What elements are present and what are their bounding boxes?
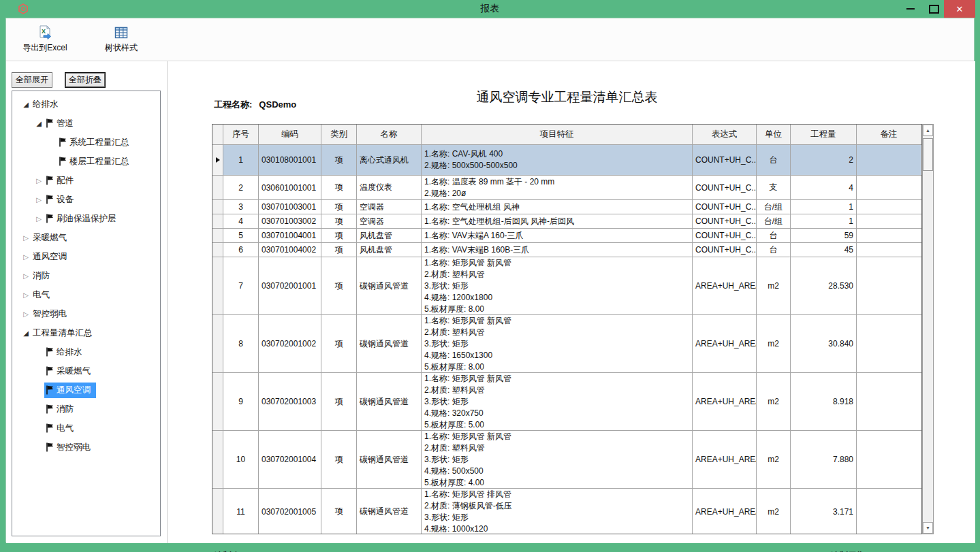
report-title: 通风空调专业工程量清单汇总表 — [212, 88, 922, 106]
project-name-label: 工程名称: — [214, 99, 252, 110]
features-cell: 1.名称: 矩形风管 新风管 2.材质: 塑料风管 3.形状: 矩形 4.规格:… — [422, 315, 693, 372]
table-row-3[interactable]: 3030701003001项空调器1.名称: 空气处理机组 风神COUNT+UH… — [212, 200, 921, 214]
table-row-6[interactable]: 6030701004002项风机盘管1.名称: VAV末端B 160B-三爪CO… — [212, 243, 921, 257]
table-row-1[interactable]: 1030108001001项离心式通风机1.名称: CAV-风机 400 2.规… — [212, 145, 921, 176]
expression-cell: AREA+UH_AREA — [693, 489, 757, 534]
quantity-cell: 1 — [791, 214, 857, 228]
expander-collapsed-icon[interactable]: ▷ — [20, 272, 31, 280]
scroll-down-button[interactable]: ▼ — [923, 522, 933, 534]
features-text: 1.名称: 矩形风管 新风管 2.材质: 塑料风管 3.形状: 矩形 4.规格:… — [424, 373, 511, 430]
project-name-value: QSDemo — [259, 99, 296, 110]
tree-item-label: 设备 — [57, 194, 74, 206]
collapse-all-button[interactable]: 全部折叠 — [65, 72, 106, 88]
minimize-icon — [906, 8, 915, 10]
expander-collapsed-icon[interactable]: ▷ — [20, 291, 31, 299]
column-header-6[interactable]: 表达式 — [693, 125, 757, 144]
tree-item-采暖燃气[interactable]: ▷采暖燃气 — [12, 228, 160, 247]
expander-collapsed-icon[interactable]: ▷ — [33, 215, 44, 223]
scroll-up-button[interactable]: ▲ — [923, 125, 933, 136]
tree-item-系统工程量汇总[interactable]: 系统工程量汇总 — [12, 133, 160, 152]
table-row-11[interactable]: 11030702001005项碳钢通风管道1.名称: 矩形风管 排风管 2.材质… — [212, 489, 921, 534]
project-name-line: 工程名称:QSDemo — [214, 99, 296, 111]
column-header-3[interactable]: 类别 — [321, 125, 357, 144]
tree-item-content: 系统工程量汇总 — [57, 135, 135, 150]
features-text: 1.名称: CAV-风机 400 2.规格: 500x500-500x500 — [424, 148, 518, 172]
expand-all-button[interactable]: 全部展开 — [12, 72, 52, 88]
table-row-9[interactable]: 9030702001003项碳钢通风管道1.名称: 矩形风管 新风管 2.材质:… — [212, 373, 921, 431]
maximize-icon — [929, 5, 939, 14]
tree-item-给排水[interactable]: 给排水 — [12, 342, 160, 361]
column-header-8[interactable]: 工程量 — [791, 125, 857, 144]
tree-item-楼层工程量汇总[interactable]: 楼层工程量汇总 — [12, 152, 160, 171]
expander-collapsed-icon[interactable]: ▷ — [33, 196, 44, 204]
expander-collapsed-icon[interactable]: ▷ — [20, 310, 31, 318]
export-excel-label: 导出到Excel — [22, 42, 67, 54]
quantity-cell: 59 — [791, 229, 857, 242]
flag-icon — [46, 214, 54, 223]
table-vertical-scrollbar[interactable]: ▲ ▼ — [922, 124, 934, 534]
tree-item-label: 智控弱电 — [57, 442, 91, 453]
tree-item-label: 给排水 — [33, 99, 59, 110]
tree-item-刷油保温保护层[interactable]: ▷刷油保温保护层 — [12, 209, 160, 228]
tree-item-label: 通风空调 — [57, 385, 91, 396]
export-excel-button[interactable]: X 导出到Excel — [16, 25, 74, 54]
unit-cell: m2 — [757, 431, 791, 488]
tree-item-电气[interactable]: ▷电气 — [12, 285, 160, 304]
tree-item-content: 消防 — [44, 402, 79, 417]
flag-icon — [46, 195, 54, 204]
quantity-cell: 4 — [791, 176, 857, 199]
features-cell: 1.名称: VAV末端B 160B-三爪 — [422, 243, 693, 257]
row-indicator-cell — [212, 214, 223, 228]
quantity-cell: 2 — [791, 145, 857, 175]
column-header-5[interactable]: 项目特征 — [422, 125, 693, 144]
tree-item-通风空调[interactable]: ▷通风空调 — [12, 247, 160, 266]
unit-cell: m2 — [757, 373, 791, 430]
tree-item-消防[interactable]: 消防 — [12, 400, 160, 419]
tree-item-管道[interactable]: ◢管道 — [12, 114, 160, 133]
code-cell: 030702001001 — [259, 257, 321, 314]
tree-item-配件[interactable]: ▷配件 — [12, 171, 160, 190]
tree-item-采暖燃气[interactable]: 采暖燃气 — [12, 361, 160, 380]
table-row-5[interactable]: 5030701004001项风机盘管1.名称: VAV末端A 160-三爪COU… — [212, 229, 921, 243]
app-window: 报表 ✕ X 导出到Excel — [0, 0, 980, 552]
code-cell: 030108001001 — [259, 145, 321, 175]
tree-item-label: 管道 — [57, 118, 74, 129]
column-header-1[interactable]: 序号 — [223, 125, 259, 144]
table-row-4[interactable]: 4030701003002项空调器1.名称: 空气处理机组-后回风 风神-后回风… — [212, 214, 921, 229]
table-row-8[interactable]: 8030702001002项碳钢通风管道1.名称: 矩形风管 新风管 2.材质:… — [212, 315, 921, 373]
close-button[interactable]: ✕ — [944, 0, 975, 18]
table-row-2[interactable]: 2030601001001项温度仪表1.名称: 温度表 89 mm 茎干 - 2… — [212, 176, 921, 200]
expander-collapsed-icon[interactable]: ▷ — [20, 234, 31, 242]
tree-item-label: 系统工程量汇总 — [69, 137, 129, 148]
table-row-10[interactable]: 10030702001004项碳钢通风管道1.名称: 矩形风管 新风管 2.材质… — [212, 431, 921, 489]
minimize-button[interactable] — [900, 0, 921, 18]
expression-cell: AREA+UH_AREA — [693, 315, 757, 372]
column-header-2[interactable]: 编码 — [259, 125, 321, 144]
scrollbar-thumb[interactable] — [923, 138, 933, 171]
flag-icon — [46, 423, 54, 433]
tree-item-设备[interactable]: ▷设备 — [12, 190, 160, 209]
expander-expanded-icon[interactable]: ◢ — [33, 120, 44, 127]
table-row-7[interactable]: 7030702001001项碳钢通风管道1.名称: 矩形风管 新风管 2.材质:… — [212, 257, 921, 315]
expander-collapsed-icon[interactable]: ▷ — [20, 253, 31, 261]
row-indicator-cell — [212, 176, 223, 199]
type-cell: 项 — [321, 214, 357, 228]
tree-item-content: 刷油保温保护层 — [44, 211, 122, 227]
expander-expanded-icon[interactable]: ◢ — [20, 329, 31, 337]
tree-item-电气[interactable]: 电气 — [12, 419, 160, 438]
tree-style-button[interactable]: 树状样式 — [92, 25, 151, 54]
maximize-button[interactable] — [923, 0, 944, 18]
note-cell — [857, 431, 921, 488]
tree-item-智控弱电[interactable]: 智控弱电 — [12, 438, 160, 457]
column-header-9[interactable]: 备注 — [857, 125, 921, 144]
tree-item-给排水[interactable]: ◢给排水 — [12, 95, 160, 114]
expander-collapsed-icon[interactable]: ▷ — [33, 177, 44, 184]
expander-expanded-icon[interactable]: ◢ — [20, 101, 31, 108]
column-header-7[interactable]: 单位 — [757, 125, 791, 144]
column-header-4[interactable]: 名称 — [357, 125, 422, 144]
code-cell: 030702001003 — [259, 373, 321, 430]
tree-item-通风空调[interactable]: 通风空调 — [12, 380, 160, 400]
tree-item-智控弱电[interactable]: ▷智控弱电 — [12, 304, 160, 323]
tree-item-工程量清单汇总[interactable]: ◢工程量清单汇总 — [12, 323, 160, 342]
tree-item-消防[interactable]: ▷消防 — [12, 266, 160, 285]
